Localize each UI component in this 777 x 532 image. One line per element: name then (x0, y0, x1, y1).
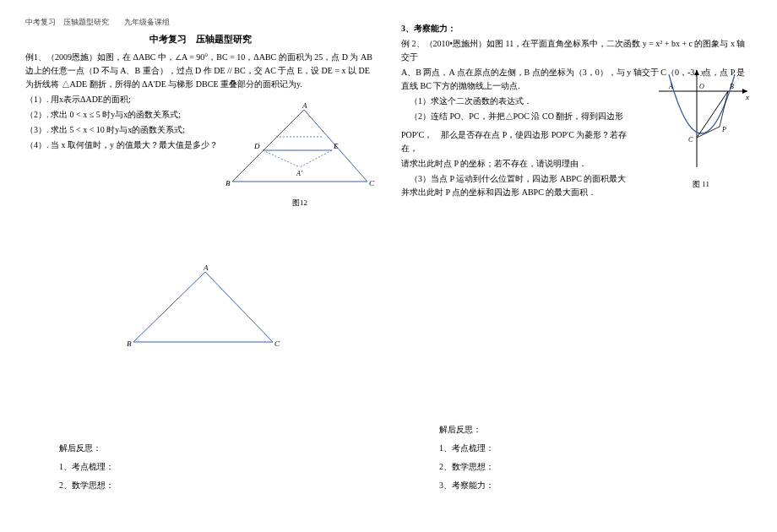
figure-12-svg: A B C D E A' (224, 101, 376, 194)
svg-text:C: C (688, 136, 693, 144)
reflection-right-title: 解后反思： (439, 424, 494, 436)
figure-11-svg: x y O A B C P (650, 66, 752, 176)
reflection-right-2: 2、数学思想： (439, 461, 494, 473)
reflection-left-title: 解后反思： (59, 442, 114, 454)
section-3-label: 3、考察能力： (401, 22, 752, 35)
left-column: 中考复习 压轴题型研究 九年级备课组 中考复习 压轴题型研究 例1、（2009恩… (25, 17, 376, 365)
reflection-right-1: 1、考点梳理： (439, 442, 494, 454)
reflection-left-1: 1、考点梳理： (59, 461, 114, 473)
svg-marker-18 (694, 70, 699, 75)
svg-text:P: P (721, 126, 726, 133)
figure-12-caption: 图12 (224, 198, 376, 209)
figure-12-container: A B C D E A' 图12 (224, 101, 376, 209)
right-column: 3、考察能力： 例 2、（2010•恩施州）如图 11，在平面直角坐标系中，二次… (401, 17, 752, 365)
page-container: 中考复习 压轴题型研究 九年级备课组 中考复习 压轴题型研究 例1、（2009恩… (0, 0, 777, 382)
svg-text:C: C (274, 339, 280, 348)
triangle-figure: A B C (25, 262, 376, 356)
svg-text:E: E (333, 142, 339, 150)
svg-text:x: x (745, 93, 749, 101)
svg-line-2 (263, 150, 300, 167)
right-q2c: 请求出此时点 P 的坐标；若不存在，请说明理由． (401, 157, 629, 171)
reflection-right-3: 3、考察能力： (439, 480, 494, 491)
example1-text: 例1、（2009恩施）如图，在 ΔABC 中，∠A = 90°，BC = 10，… (25, 51, 376, 91)
svg-text:A: A (203, 263, 209, 272)
svg-text:A': A' (296, 170, 302, 177)
page-header: 中考复习 压轴题型研究 九年级备课组 (25, 17, 376, 28)
reflection-left: 解后反思： 1、考点梳理： 2、数学思想： (59, 442, 114, 498)
svg-text:B: B (127, 339, 132, 348)
svg-marker-11 (133, 272, 273, 342)
triangle-svg: A B C (117, 262, 285, 355)
right-q3: （3）当点 P 运动到什么位置时，四边形 ABPC 的面积最大并求出此时 P 点… (401, 172, 629, 199)
example2-line1: 例 2、（2010•恩施州）如图 11，在平面直角坐标系中，二次函数 y = x… (401, 37, 752, 64)
right-q2b: POP′C， 那么是否存在点 P，使四边形 POP′C 为菱形？若存在， (401, 128, 629, 155)
figure-11-container: x y O A B C P 图 11 (650, 66, 752, 190)
svg-text:A: A (302, 101, 307, 110)
svg-line-3 (300, 150, 332, 167)
reflection-right: 解后反思： 1、考点梳理： 2、数学思想： 3、考察能力： (439, 424, 494, 498)
right-q2: （2）连结 PO、PC，并把△POC 沿 CO 翻折，得到四边形 (401, 110, 629, 123)
svg-text:D: D (253, 142, 260, 150)
main-title: 中考复习 压轴题型研究 (25, 33, 376, 46)
svg-text:A: A (668, 83, 673, 90)
svg-text:O: O (699, 83, 704, 90)
figure-11-caption: 图 11 (650, 179, 752, 190)
svg-text:y: y (700, 68, 704, 76)
reflection-left-2: 2、数学思想： (59, 480, 114, 491)
svg-text:B: B (730, 83, 734, 90)
svg-text:C: C (369, 179, 375, 187)
svg-text:B: B (225, 179, 231, 187)
svg-line-21 (720, 91, 728, 127)
right-q1: （1）求这个二次函数的表达式． (401, 95, 629, 108)
